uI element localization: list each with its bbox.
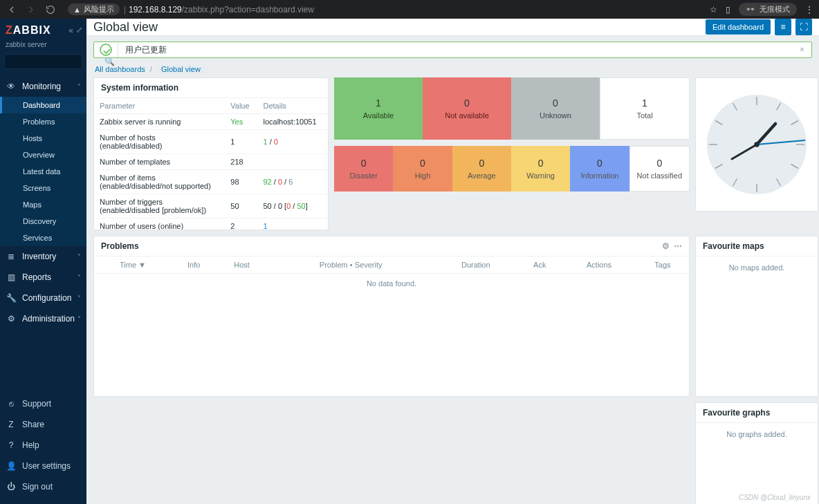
- breadcrumb: All dashboards / Global view: [86, 58, 819, 77]
- user-settings-icon: 👤: [6, 460, 17, 472]
- nav-forward-button[interactable]: [25, 3, 37, 16]
- nav-monitoring-label: Monitoring: [22, 82, 61, 91]
- check-circle-icon: [94, 44, 118, 56]
- favourite-graphs-card: Favourite graphs No graphs added.: [695, 402, 818, 504]
- kebab-menu-icon[interactable]: ⋮: [805, 5, 813, 15]
- more-icon[interactable]: ⋯: [674, 241, 682, 251]
- sysinfo-row: Zabbix server is runningYeslocalhost:100…: [94, 114, 328, 130]
- problems-th[interactable]: Tags: [636, 256, 689, 274]
- problems-th[interactable]: Actions: [562, 256, 636, 274]
- chevron-down-icon: ˅: [77, 253, 81, 261]
- breadcrumb-all-dashboards[interactable]: All dashboards: [95, 65, 145, 73]
- sidebar-item-hosts[interactable]: Hosts: [0, 130, 86, 147]
- status-tile-disaster[interactable]: 0Disaster: [334, 146, 393, 192]
- edit-dashboard-button[interactable]: Edit dashboard: [706, 19, 771, 35]
- eye-icon: 👁: [6, 81, 17, 92]
- problems-th[interactable]: Info: [172, 256, 216, 274]
- favourite-maps-card: Favourite maps No maps added.: [695, 236, 818, 397]
- sidebar-item-latest-data[interactable]: Latest data: [0, 163, 86, 180]
- chevron-down-icon: ˅: [77, 315, 81, 323]
- sysinfo-row: Number of items (enabled/disabled/not su…: [94, 170, 328, 194]
- page-title: Global view: [93, 20, 158, 35]
- sidebar-user-settings[interactable]: 👤User settings: [0, 456, 86, 476]
- nav-administration[interactable]: ⚙ Administration ˅: [0, 308, 86, 329]
- risk-label: 风险提示: [84, 4, 114, 15]
- watermark: CSDN @Cloud_linyunx: [739, 494, 811, 501]
- favgraphs-empty: No graphs added.: [696, 423, 818, 445]
- problems-card: Problems ⚙ ⋯ Time ▼InfoHostProblem • Sev…: [93, 236, 690, 397]
- sidebar-help[interactable]: ?Help: [0, 435, 86, 456]
- th-parameter: Parameter: [94, 98, 225, 114]
- breadcrumb-current: Global view: [157, 64, 205, 74]
- status-tile-high[interactable]: 0High: [393, 146, 452, 192]
- fullscreen-button[interactable]: ⛶: [795, 19, 812, 35]
- sysinfo-row: Number of hosts (enabled/disabled)11 / 0: [94, 130, 328, 154]
- problems-th[interactable]: Ack: [517, 256, 562, 274]
- favmaps-title: Favourite maps: [703, 241, 764, 251]
- nav-reports[interactable]: ▥ Reports ˅: [0, 267, 86, 288]
- sidebar-item-maps[interactable]: Maps: [0, 196, 86, 213]
- sidebar-share[interactable]: ZShare: [0, 414, 86, 435]
- sidebar-item-dashboard[interactable]: Dashboard: [0, 97, 86, 113]
- bookmark-star-icon[interactable]: ☆: [710, 5, 717, 15]
- nav-inventory[interactable]: ≣ Inventory ˅: [0, 246, 86, 267]
- status-tile-information[interactable]: 0Information: [570, 146, 629, 192]
- problems-th[interactable]: Duration: [434, 256, 517, 274]
- status-tile-not-classified[interactable]: 0Not classified: [629, 146, 690, 192]
- zabbix-host-label: zabbix server: [0, 39, 86, 54]
- incognito-icon: 👓: [746, 5, 755, 14]
- sidebar-item-screens[interactable]: Screens: [0, 180, 86, 196]
- status-tile-total[interactable]: 1Total: [600, 77, 690, 140]
- sidebar-item-services[interactable]: Services: [0, 230, 86, 246]
- problems-empty: No data found.: [94, 274, 689, 294]
- zabbix-logo[interactable]: ZABBIX: [6, 24, 51, 37]
- sidebar-item-problems[interactable]: Problems: [0, 113, 86, 130]
- nav-reload-button[interactable]: [44, 3, 57, 16]
- status-tile-available[interactable]: 1Available: [334, 77, 423, 140]
- problems-th[interactable]: Problem • Severity: [268, 256, 434, 274]
- collapse-icon[interactable]: «: [68, 26, 73, 35]
- nav-monitoring[interactable]: 👁 Monitoring ˄: [0, 76, 86, 97]
- favmaps-empty: No maps added.: [696, 256, 818, 279]
- sysinfo-row: Number of templates218: [94, 154, 328, 170]
- sidebar-item-overview[interactable]: Overview: [0, 147, 86, 163]
- bar-chart-icon: ▥: [6, 272, 17, 283]
- sidebar-item-discovery[interactable]: Discovery: [0, 213, 86, 230]
- help-icon: ?: [6, 440, 17, 451]
- list-view-button[interactable]: ≡: [775, 19, 791, 35]
- status-tile-not-available[interactable]: 0Not available: [423, 77, 511, 140]
- nav-configuration[interactable]: 🔧 Configuration ˅: [0, 288, 86, 308]
- chevron-down-icon: ˅: [77, 274, 81, 281]
- chevron-up-icon: ˄: [77, 83, 81, 91]
- status-tile-average[interactable]: 0Average: [452, 146, 511, 192]
- sidebar: ZABBIX « ⤢ zabbix server 🔍 👁 Monitoring …: [0, 19, 86, 504]
- status-widgets: 1Available0Not available0Unknown1Total 0…: [334, 77, 690, 230]
- sysinfo-title: System information: [101, 83, 178, 93]
- list-icon: ≣: [6, 251, 17, 262]
- main: Global view Edit dashboard ≡ ⛶ 用户已更新 × A…: [86, 19, 819, 504]
- problems-th[interactable]: Host: [216, 256, 268, 274]
- nav-reports-label: Reports: [22, 272, 51, 282]
- system-information-card: System information Parameter Value Detai…: [93, 77, 329, 230]
- popout-icon[interactable]: ⤢: [76, 26, 82, 35]
- svg-point-16: [754, 142, 760, 147]
- clock-face: [705, 93, 809, 196]
- url-security-chip[interactable]: ▲ 风险提示: [68, 3, 120, 15]
- th-details: Details: [258, 98, 329, 114]
- sidebar-search[interactable]: 🔍: [4, 54, 82, 69]
- url-text[interactable]: 192.168.8.129/zabbix.php?action=dashboar…: [129, 5, 314, 15]
- alert-close-button[interactable]: ×: [793, 45, 811, 55]
- status-tile-warning[interactable]: 0Warning: [511, 146, 570, 192]
- support-icon: ⎋: [6, 398, 17, 409]
- sidebar-support[interactable]: ⎋Support: [0, 393, 86, 414]
- nav-back-button[interactable]: [6, 3, 18, 16]
- incognito-label: 无痕模式: [760, 4, 790, 15]
- sidebar-sign-out[interactable]: ⏻Sign out: [0, 476, 86, 497]
- gear-icon[interactable]: ⚙: [662, 241, 670, 251]
- problems-th[interactable]: Time ▼: [94, 256, 172, 274]
- incognito-chip[interactable]: 👓 无痕模式: [739, 3, 797, 16]
- panel-icon[interactable]: ▯: [726, 5, 730, 15]
- warning-icon: ▲: [73, 6, 81, 14]
- status-tile-unknown[interactable]: 0Unknown: [511, 77, 600, 140]
- titlebar: Global view Edit dashboard ≡ ⛶: [86, 19, 819, 36]
